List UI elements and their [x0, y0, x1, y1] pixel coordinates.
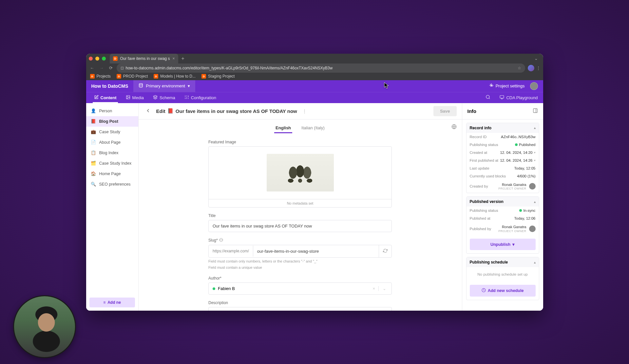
- bookmark-item[interactable]: DPROD Project: [117, 74, 148, 79]
- nav-tab-configuration[interactable]: Configuration: [181, 92, 220, 103]
- row-published-by: Published by Ronak Ganatra PROJECT OWNER: [467, 222, 539, 235]
- url-text: how-to-datocms.admin.datocms.com/editor/…: [126, 66, 333, 70]
- terminal-icon: [500, 95, 504, 100]
- bookmark-bar: DProjects DPROD Project DModels | How to…: [86, 73, 543, 80]
- author-label: Author*: [208, 276, 392, 281]
- chevron-down-icon[interactable]: ▾: [534, 151, 536, 154]
- author-chip[interactable]: Fabien B × ⌄: [208, 282, 392, 295]
- forward-button[interactable]: →: [98, 64, 105, 72]
- add-schedule-button[interactable]: Add new schedule: [470, 285, 536, 297]
- sidebar-item-blog-index[interactable]: 📋Blog Index: [86, 148, 138, 158]
- svg-rect-20: [533, 109, 537, 113]
- sidebar-item-case-study[interactable]: 💼Case Study: [86, 127, 138, 137]
- book-icon: 📕: [167, 108, 174, 114]
- bookmark-star-icon[interactable]: ☆: [518, 66, 521, 70]
- record-info-heading[interactable]: Record info ▴: [467, 123, 539, 133]
- nav-cda-playground[interactable]: CDA Playground: [496, 92, 539, 103]
- project-settings-link[interactable]: Project settings: [489, 83, 525, 89]
- sidebar-item-about-page[interactable]: 📄About Page: [86, 137, 138, 148]
- expand-panel-icon[interactable]: [533, 108, 538, 114]
- nav-tab-media[interactable]: Media: [122, 92, 148, 103]
- info-body: Record info ▴ Record IDAZnF46o..NSXyB3w …: [462, 119, 543, 311]
- url-bar[interactable]: ⊡ how-to-datocms.admin.datocms.com/edito…: [117, 64, 525, 73]
- image-meta-caption: No metadata set: [209, 199, 391, 207]
- search-icon[interactable]: [486, 95, 490, 100]
- slug-prefix: https://example.com/: [209, 246, 253, 257]
- add-new-button[interactable]: ≡ Add ne: [89, 298, 135, 307]
- maximize-window-button[interactable]: [102, 57, 106, 61]
- svg-point-0: [139, 83, 143, 84]
- unpublish-button[interactable]: Unpublish ▾: [470, 239, 536, 250]
- nav-tab-schema[interactable]: Schema: [149, 92, 179, 103]
- chevron-up-icon: ▴: [534, 126, 536, 130]
- tab-close-icon[interactable]: ×: [173, 56, 175, 61]
- row-created-at: Created at12. 04. 2024, 14:20▾: [467, 149, 539, 156]
- row-blocks: Currently used blocks4/600 (1%): [467, 172, 539, 180]
- minimize-window-button[interactable]: [95, 57, 99, 61]
- browser-tab[interactable]: D Our fave items in our swag s ×: [110, 54, 178, 64]
- description-input[interactable]: [209, 307, 391, 310]
- user-avatar[interactable]: [530, 82, 538, 90]
- seo-icon: 🔍: [91, 182, 96, 187]
- browser-menu-icon[interactable]: ⋮: [536, 65, 541, 70]
- book-icon: 📕: [91, 119, 96, 124]
- more-options-icon[interactable]: ⋮: [301, 107, 308, 115]
- webcam-overlay: [13, 295, 76, 358]
- app-brand[interactable]: How to DatoCMS: [86, 83, 134, 89]
- svg-marker-4: [153, 95, 157, 97]
- tab-dropdown-icon[interactable]: ⌄: [532, 55, 541, 62]
- field-featured-image: Featured Image No metadata set: [208, 140, 392, 208]
- lang-tab-italian[interactable]: Italian (Italy): [300, 123, 326, 133]
- back-button[interactable]: ←: [89, 64, 96, 72]
- nav-tab-content[interactable]: Content: [90, 92, 121, 103]
- slug-label: Slug*: [208, 238, 392, 243]
- save-button[interactable]: Save: [433, 106, 456, 116]
- localization-icon[interactable]: [451, 124, 457, 130]
- field-author: Author* Fabien B × ⌄: [208, 276, 392, 295]
- section-published-version: Published version ▴ Publishing statusIn-…: [466, 196, 539, 254]
- site-info-icon[interactable]: ⊡: [121, 66, 124, 70]
- environment-label: Primary environment: [146, 83, 185, 88]
- app-nav: Content Media Schema Configuration CDA P…: [86, 92, 543, 103]
- status-dot-icon: [213, 287, 215, 290]
- sidebar-item-person[interactable]: 👤Person: [86, 106, 138, 116]
- chevron-down-icon: ▾: [512, 242, 515, 247]
- main-editor: Edit 📕 Our fave items in our swag store …: [139, 103, 462, 311]
- slug-input[interactable]: [253, 246, 379, 257]
- bookmark-item[interactable]: DModels | How to D...: [154, 74, 196, 79]
- back-button[interactable]: [144, 106, 152, 116]
- lang-tab-english[interactable]: English: [274, 123, 292, 133]
- window-controls: [89, 57, 106, 61]
- reload-button[interactable]: ⟳: [108, 64, 114, 72]
- author-dropdown-icon[interactable]: ⌄: [381, 286, 388, 291]
- sidebar-item-home-page[interactable]: 🏠Home Page: [86, 169, 138, 179]
- sidebar-item-case-study-index[interactable]: 🗂️Case Study Index: [86, 158, 138, 169]
- user-avatar: [529, 226, 536, 232]
- bookmark-item[interactable]: DStaging Project: [201, 74, 235, 79]
- schedule-heading[interactable]: Publishing schedule ▴: [467, 257, 539, 267]
- environment-selector[interactable]: Primary environment ▾: [133, 80, 195, 92]
- new-tab-button[interactable]: +: [181, 56, 184, 62]
- section-record-info: Record info ▴ Record IDAZnF46o..NSXyB3w …: [466, 123, 539, 193]
- slug-refresh-button[interactable]: [379, 245, 391, 257]
- row-last-update: Last updateToday, 12:05: [467, 164, 539, 172]
- status-dot-icon: [519, 209, 522, 212]
- sidebar-item-blog-post[interactable]: 📕Blog Post: [86, 116, 138, 127]
- row-created-by: Created by Ronak Ganatra PROJECT OWNER: [467, 180, 539, 193]
- published-version-heading[interactable]: Published version ▴: [467, 197, 539, 207]
- chevron-down-icon[interactable]: ▾: [534, 159, 536, 162]
- author-name: Fabien B: [218, 286, 235, 291]
- sidebar: 👤Person 📕Blog Post 💼Case Study 📄About Pa…: [86, 103, 139, 311]
- extension-icon[interactable]: [528, 65, 534, 71]
- title-input[interactable]: [209, 220, 391, 232]
- close-window-button[interactable]: [89, 57, 93, 61]
- bookmark-item[interactable]: DProjects: [90, 74, 111, 79]
- clock-icon: [482, 288, 486, 293]
- chevron-down-icon: ▾: [188, 83, 190, 88]
- remove-author-icon[interactable]: ×: [371, 286, 379, 291]
- chevron-up-icon: ▴: [534, 261, 536, 264]
- featured-image-box[interactable]: No metadata set: [208, 146, 392, 208]
- section-publishing-schedule: Publishing schedule ▴ No publishing sche…: [466, 257, 539, 300]
- sidebar-item-seo-preferences[interactable]: 🔍SEO preferences: [86, 179, 138, 190]
- status-dot-icon: [515, 143, 518, 146]
